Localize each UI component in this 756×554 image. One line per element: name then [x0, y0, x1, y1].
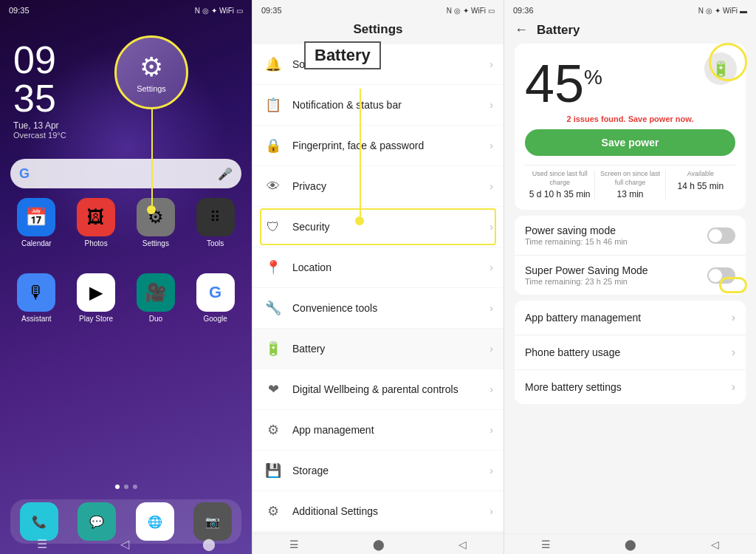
play-store-label: Play Store: [79, 315, 113, 323]
additional-icon: ⚙: [263, 501, 284, 521]
annotation-arrow-line: [360, 89, 361, 218]
battery-page-header: ← Battery: [504, 18, 756, 44]
settings-item-security[interactable]: 🛡 Security ›: [252, 207, 504, 247]
search-mic-icon[interactable]: 🎤: [218, 167, 233, 181]
settings-item-location[interactable]: 📍 Location ›: [252, 247, 504, 287]
stat-screen-value: 13 min: [595, 189, 664, 199]
arrow-line: [151, 109, 153, 205]
nav-menu[interactable]: ☰: [37, 537, 47, 551]
wellbeing-text: Digital Wellbeing & parental controls: [292, 383, 489, 395]
super-power-saving-toggle[interactable]: [707, 267, 735, 284]
privacy-icon: 👁: [263, 176, 284, 196]
settings-item-wellbeing[interactable]: ❤ Digital Wellbeing & parental controls …: [252, 369, 504, 409]
phone-battery-usage-row[interactable]: Phone battery usage ›: [515, 335, 746, 370]
nav-bar-settings: ☰ ⬤ ◁: [252, 533, 504, 554]
dot-1: [115, 485, 120, 489]
settings-item-battery[interactable]: 🔋 Battery ›: [252, 329, 504, 369]
play-store-icon: ▶: [77, 273, 115, 312]
battery-list-icon: 🔋: [263, 338, 284, 359]
stat-used-label: Used since last full charge: [525, 170, 594, 187]
chevron-icon-security: ›: [489, 221, 493, 233]
search-bar[interactable]: G 🎤: [10, 159, 241, 188]
chevron-icon-storage: ›: [489, 465, 493, 476]
battery-level-icon: ▬: [740, 7, 747, 15]
location-icon: 📍: [263, 257, 284, 278]
battery-wifi-icon: WiFi: [723, 7, 738, 15]
stat-screen-on: Screen on since last full charge 13 min: [594, 170, 664, 199]
chevron-icon-notification: ›: [489, 99, 493, 111]
settings-item-storage[interactable]: 💾 Storage ›: [252, 451, 504, 490]
battery-nav-menu[interactable]: ☰: [541, 538, 551, 550]
settings-app-icon[interactable]: ⚙ Settings: [114, 35, 188, 109]
additional-text: Additional Settings: [292, 505, 489, 517]
battery-main-content: 45% 🔋 2 issues found. Save power now. Sa…: [504, 44, 756, 404]
assistant-icon: 🎙: [17, 273, 55, 312]
power-saving-toggle[interactable]: [707, 228, 735, 244]
battery-network-icon: N: [698, 7, 704, 15]
settings-nav-circle[interactable]: ⬤: [373, 538, 385, 550]
app-grid-row2: 🎙 Assistant ▶ Play Store 🎥 Duo G Google: [10, 273, 241, 323]
app-calendar[interactable]: 📅 Calendar: [10, 198, 63, 247]
security-text: Security: [292, 221, 489, 233]
super-power-saving-row: Super Power Saving Mode Time remaining: …: [515, 256, 746, 295]
settings-item-privacy[interactable]: 👁 Privacy ›: [252, 166, 504, 206]
notification-text: Notification & status bar: [292, 99, 489, 111]
settings-nav-menu[interactable]: ☰: [289, 538, 299, 550]
annotation-arrow-dot: [355, 216, 364, 225]
nav-recents[interactable]: ⬤: [202, 537, 216, 551]
stat-used-value: 5 d 10 h 35 min: [525, 189, 594, 199]
battery-links-section: App battery management › Phone battery u…: [515, 301, 746, 404]
nav-bar-home: ☰ ◁ ⬤: [0, 533, 252, 554]
app-grid-row1: 📅 Calendar 🖼 Photos ⚙ Settings ⠿ Tools: [10, 198, 241, 247]
more-battery-settings-text: More battery settings: [525, 381, 732, 393]
settings-bluetooth-icon: ✦: [463, 7, 469, 15]
assistant-label: Assistant: [21, 315, 52, 323]
nav-home[interactable]: ◁: [120, 537, 129, 551]
app-assistant[interactable]: 🎙 Assistant: [10, 273, 63, 323]
security-icon: 🛡: [263, 216, 284, 237]
more-battery-settings-row[interactable]: More battery settings ›: [515, 370, 746, 404]
settings-nav-back[interactable]: ◁: [458, 538, 467, 550]
settings-list: 🔔 Sound & vibration › 📋 Notification & s…: [252, 44, 504, 539]
app-settings[interactable]: ⚙ Settings: [130, 198, 182, 247]
chevron-icon-fingerprint: ›: [489, 140, 493, 151]
settings-item-fingerprint[interactable]: 🔒 Fingerprint, face & password ›: [252, 126, 504, 165]
status-bar-home: 09:35 N ◎ ✦ WiFi ▭: [0, 0, 252, 18]
status-bar-battery: 09:36 N ◎ ✦ WiFi ▬: [504, 0, 756, 18]
settings-item-apps[interactable]: ⚙ App management ›: [252, 410, 504, 450]
battery-percentage-display: 45%: [525, 57, 735, 110]
battery-nav-back[interactable]: ◁: [711, 538, 719, 550]
chevron-icon-sound: ›: [489, 58, 493, 70]
chevron-icon-wellbeing: ›: [489, 383, 493, 395]
save-power-button[interactable]: Save power: [525, 129, 735, 156]
battery-signal-icon: ◎: [706, 7, 712, 15]
app-play-store[interactable]: ▶ Play Store: [70, 273, 123, 323]
app-tools[interactable]: ⠿ Tools: [189, 198, 241, 247]
settings-item-additional[interactable]: ⚙ Additional Settings ›: [252, 491, 504, 531]
settings-item-notification[interactable]: 📋 Notification & status bar ›: [252, 85, 504, 125]
battery-percentage-card: 45% 🔋 2 issues found. Save power now. Sa…: [515, 44, 746, 210]
power-saving-row: Power saving mode Time remaining: 15 h 4…: [515, 216, 746, 256]
settings-time: 09:35: [261, 6, 282, 15]
app-battery-management-row[interactable]: App battery management ›: [515, 301, 746, 335]
settings-app-label: Settings: [137, 84, 166, 93]
super-power-saving-sub: Time remaining: 23 h 25 min: [525, 277, 707, 286]
super-power-saving-text: Super Power Saving Mode Time remaining: …: [525, 264, 707, 286]
settings-grid-icon: ⚙: [137, 198, 175, 236]
status-icons-settings: N ◎ ✦ WiFi ▭: [447, 7, 495, 15]
apps-icon: ⚙: [263, 420, 284, 440]
app-photos[interactable]: 🖼 Photos: [70, 198, 123, 247]
tools-label: Tools: [207, 239, 224, 247]
app-google[interactable]: G Google: [189, 273, 241, 323]
settings-item-convenience[interactable]: 🔧 Convenience tools ›: [252, 288, 504, 328]
chevron-icon-privacy: ›: [489, 180, 493, 192]
app-duo[interactable]: 🎥 Duo: [130, 273, 182, 323]
apps-text: App management: [292, 424, 489, 436]
battery-nav-circle[interactable]: ⬤: [625, 538, 636, 550]
calendar-label: Calendar: [21, 239, 52, 247]
stat-avail-label: Available: [666, 170, 735, 179]
battery-time: 09:36: [513, 6, 534, 15]
chevron-icon-apps: ›: [489, 424, 493, 436]
battery-back-button[interactable]: ←: [515, 22, 528, 38]
battery-icon-home: ▭: [236, 7, 243, 15]
